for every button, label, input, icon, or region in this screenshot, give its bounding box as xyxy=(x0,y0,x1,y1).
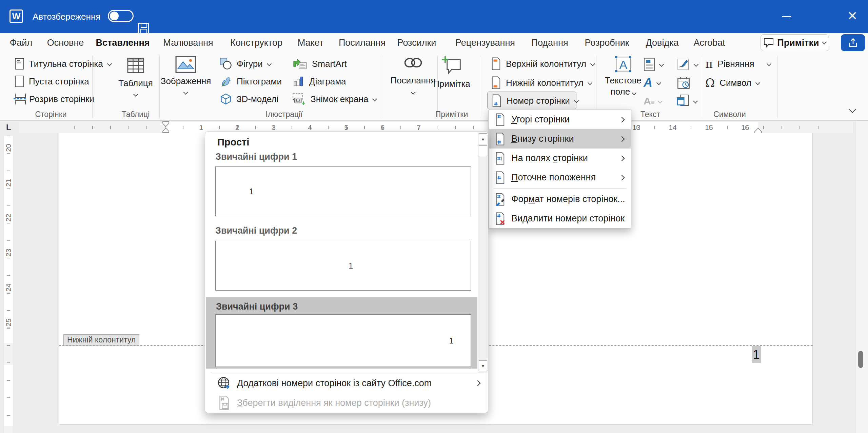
tab-layout[interactable]: Макет xyxy=(298,38,323,48)
scroll-down-button[interactable]: ▼ xyxy=(479,360,487,371)
menu-item-top-of-page[interactable]: Угорі сторінки xyxy=(489,110,631,129)
pictures-label: Зображення xyxy=(161,76,211,86)
footer-button[interactable]: Нижній колонтитул xyxy=(491,76,592,89)
save-selection-item: Зберегти виділення як номер сторінки (зн… xyxy=(205,393,488,413)
comment-bubble-icon xyxy=(764,38,774,47)
links-button[interactable]: Посилання xyxy=(390,58,435,94)
tab-review[interactable]: Рецензування xyxy=(455,38,515,48)
page-number-icon xyxy=(492,94,502,107)
gallery-item-plain-number-2[interactable]: 1 xyxy=(215,241,471,291)
gallery-scrollbar[interactable]: ▲ ▼ xyxy=(478,133,488,373)
scroll-up-button[interactable]: ▲ xyxy=(479,133,487,144)
svg-text:A: A xyxy=(619,58,627,71)
gallery-item-plain-number-3[interactable]: Звичайні цифри 3 1 xyxy=(206,297,477,369)
header-button[interactable]: Верхній колонтитул xyxy=(491,57,594,70)
screenshot-button[interactable]: Знімок екрана xyxy=(292,93,376,105)
tab-home[interactable]: Основне xyxy=(47,38,84,48)
footer-icon xyxy=(491,76,501,89)
chart-button[interactable]: Діаграма xyxy=(292,75,346,87)
tab-developer[interactable]: Розробник xyxy=(585,38,629,48)
comments-button[interactable]: Примітки xyxy=(761,34,829,51)
quick-parts-button[interactable] xyxy=(644,58,663,71)
signature-line-button[interactable] xyxy=(677,58,698,71)
group-label-tables: Таблиці xyxy=(122,110,150,119)
wordart-button[interactable]: A xyxy=(644,77,660,89)
ruler-number: 6 xyxy=(380,123,384,132)
text-box-button[interactable]: A Текстове поле xyxy=(605,55,642,97)
save-icon[interactable] xyxy=(138,23,149,34)
page-break-button[interactable]: Розрив сторінки xyxy=(15,94,94,104)
submenu-arrow-icon xyxy=(619,117,625,122)
tab-selector[interactable]: L xyxy=(6,123,11,132)
icons-button[interactable]: Піктограми xyxy=(220,75,282,87)
object-button[interactable] xyxy=(677,94,697,108)
quick-parts-icon xyxy=(644,58,655,71)
menu-item-current-position[interactable]: Поточне положення xyxy=(489,168,631,187)
close-icon[interactable]: ✕ xyxy=(847,10,857,22)
submenu-arrow-icon xyxy=(475,380,481,386)
symbol-button[interactable]: Ω Символ xyxy=(705,77,760,88)
remove-page-numbers-icon xyxy=(494,212,506,225)
autosave-label: Автозбереження xyxy=(33,12,100,22)
smartart-icon xyxy=(292,58,307,70)
menu-item-format-page-numbers[interactable]: Формат номерів сторінок... xyxy=(489,190,631,209)
tab-draw[interactable]: Малювання xyxy=(163,38,213,48)
pictures-button[interactable]: Зображення xyxy=(161,56,211,94)
group-label-pages: Сторінки xyxy=(35,110,66,119)
tab-help[interactable]: Довідка xyxy=(646,38,678,48)
equation-button[interactable]: π Рівняння xyxy=(705,58,771,70)
chart-label: Діаграма xyxy=(309,76,346,87)
icons-bird-icon xyxy=(220,75,232,87)
menu-item-bottom-of-page[interactable]: Внизу сторінки xyxy=(489,129,631,149)
gallery-item-plain-number-1[interactable]: 1 xyxy=(215,166,471,216)
tab-mailings[interactable]: Розсилки xyxy=(397,38,436,48)
blank-page-icon xyxy=(15,76,24,87)
smartart-button[interactable]: SmartArt xyxy=(292,58,347,70)
more-page-numbers-item[interactable]: Додаткові номери сторінок із сайту Offic… xyxy=(205,373,488,393)
scrollbar-thumb[interactable] xyxy=(858,351,863,368)
menu-item-page-margins[interactable]: На полях сторінки xyxy=(489,149,631,168)
tab-insert[interactable]: Вставлення xyxy=(96,38,150,48)
blank-page-button[interactable]: Пуста сторінка xyxy=(15,76,89,87)
3d-models-label: 3D-моделі xyxy=(237,94,278,104)
3d-models-button[interactable]: 3D-моделі xyxy=(220,93,297,105)
minimize-icon[interactable] xyxy=(782,16,791,17)
document-scrollbar[interactable] xyxy=(856,121,868,433)
page-number-button[interactable]: Номер сторінки xyxy=(492,94,578,107)
menu-item-label: Видалити номери сторінок xyxy=(511,213,625,224)
omega-icon: Ω xyxy=(705,77,715,88)
gallery-item-label: Звичайні цифри 2 xyxy=(215,225,297,236)
chevron-down-icon xyxy=(659,62,664,67)
scrollbar-thumb[interactable] xyxy=(479,145,487,157)
page-number-field[interactable]: 1 xyxy=(752,346,761,363)
chart-icon xyxy=(292,75,304,87)
tab-design[interactable]: Конструктор xyxy=(230,38,282,48)
chevron-down-icon xyxy=(372,97,377,101)
tab-file[interactable]: Файл xyxy=(10,38,32,48)
page-number-gallery: Прості Звичайні цифри 1 1 Звичайні цифри… xyxy=(205,132,488,413)
date-time-button[interactable] xyxy=(677,76,690,90)
ribbon: Титульна сторінка Пуста сторінка Розрив … xyxy=(0,53,868,121)
shapes-button[interactable]: Фігури xyxy=(220,58,271,70)
preview-page-number: 1 xyxy=(349,261,353,270)
ruler-number: 25 xyxy=(4,318,13,326)
table-button[interactable]: Таблиця xyxy=(118,56,153,96)
drop-cap-button[interactable]: A≡ xyxy=(644,96,662,106)
group-label-symbols: Символи xyxy=(713,110,746,119)
share-button[interactable] xyxy=(841,34,865,51)
smartart-label: SmartArt xyxy=(312,59,347,69)
gallery-item-label: Звичайні цифри 1 xyxy=(215,152,297,162)
ruler-number: 16 xyxy=(741,123,749,132)
cover-page-button[interactable]: Титульна сторінка xyxy=(15,58,111,70)
autosave-toggle[interactable] xyxy=(108,10,134,22)
tab-acrobat[interactable]: Acrobat xyxy=(693,38,725,48)
group-divider xyxy=(159,56,160,118)
tab-references[interactable]: Посилання xyxy=(339,38,386,48)
new-comment-button[interactable]: Примітка xyxy=(433,56,470,89)
page-number-current-icon xyxy=(494,171,506,184)
menu-item-remove-page-numbers[interactable]: Видалити номери сторінок xyxy=(489,209,631,228)
collapse-ribbon-icon[interactable] xyxy=(849,105,856,113)
chevron-down-icon xyxy=(632,91,636,95)
tab-view[interactable]: Подання xyxy=(531,38,568,48)
share-icon xyxy=(847,37,859,48)
